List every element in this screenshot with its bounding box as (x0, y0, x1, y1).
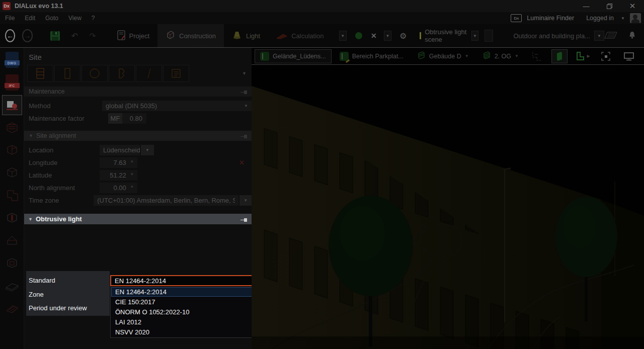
forward-icon[interactable]: → (22, 29, 32, 42)
dropdown-option[interactable]: EN 12464-2:2014 (111, 287, 270, 297)
storey-outline-icon[interactable]: ▶ (575, 49, 591, 63)
longitude-input[interactable]: 7.63° (100, 157, 137, 168)
location-field[interactable]: Lüdenscheid (100, 145, 140, 155)
window-title: DIALux evo 13.1 (15, 3, 63, 10)
draw-line-icon[interactable] (136, 65, 162, 82)
storey-tool-icon[interactable] (2, 140, 22, 160)
settings-gear-icon[interactable]: ⚙ (399, 31, 407, 41)
keyboard-icon[interactable] (604, 32, 617, 40)
chevron-down-icon[interactable]: ▼ (515, 54, 519, 58)
site-alignment-header[interactable]: ▼ Site alignment (24, 131, 252, 141)
room-tool-icon[interactable] (2, 163, 22, 183)
north-alignment-input[interactable]: 0.00° (100, 183, 137, 193)
chevron-down-icon[interactable]: ▼ (621, 16, 625, 21)
view-tab-area[interactable]: Bereich Parkplat... (335, 49, 409, 63)
notification-bell-icon[interactable] (628, 31, 636, 41)
standard-combobox[interactable]: EN 12464-2:2014 (110, 275, 260, 286)
view-tab-terrain[interactable]: Gelände_Lüdens... (255, 49, 332, 63)
light-scene-chevron-icon[interactable]: ▼ (471, 31, 479, 41)
save-icon[interactable] (50, 31, 60, 41)
draw-rectangle-icon[interactable] (54, 65, 80, 82)
site-properties-icon[interactable] (163, 65, 189, 82)
menu-view[interactable]: View (63, 15, 87, 22)
draw-circle-icon[interactable] (82, 65, 108, 82)
standard-label: Standard (29, 277, 55, 284)
luminaire-finder-icon[interactable]: Dx (511, 14, 522, 22)
view-tab-building[interactable]: Gebäude D ▼ (412, 49, 474, 63)
chevron-down-icon[interactable]: ▼ (465, 54, 469, 58)
maintenance-header[interactable]: Maintenance (24, 86, 252, 97)
cutout-tool-icon[interactable] (2, 253, 22, 274)
dropdown-option[interactable]: NSVV 2020 (111, 327, 270, 337)
tab-light[interactable]: Light (224, 24, 268, 47)
menu-goto[interactable]: Goto (40, 15, 63, 22)
tab-construction[interactable]: Construction (157, 24, 224, 47)
tab-project-label: Project (129, 32, 149, 40)
tools-chevron-icon[interactable]: ▼ (242, 71, 247, 76)
pin-icon[interactable] (240, 216, 248, 224)
minimize-icon[interactable]: — (575, 0, 598, 12)
hatch-tool-icon[interactable] (2, 299, 22, 319)
project-icon (117, 30, 125, 42)
luminaire-finder-button[interactable]: Luminaire Finder (527, 15, 574, 22)
floor-plan-view-icon[interactable] (528, 49, 544, 63)
cancel-calculation-icon[interactable]: ✕ (371, 32, 377, 40)
view-tab-storey[interactable]: 2. OG ▼ (477, 49, 524, 63)
expand-arrow-icon[interactable]: ▶ (587, 54, 590, 58)
method-dropdown[interactable]: global (DIN 5035) ▼ (102, 101, 252, 111)
redo-icon[interactable]: ↷ (89, 31, 96, 41)
time-zone-chevron-icon[interactable]: ▼ (239, 195, 252, 206)
roof-tool-icon[interactable] (2, 231, 22, 251)
draw-rows-icon[interactable] (27, 65, 53, 82)
maximize-icon[interactable] (598, 0, 621, 12)
obtrusive-light-header[interactable]: ▼ Obtrusive light (24, 214, 252, 224)
scene-preview-icon[interactable] (485, 30, 493, 42)
site-draw-tools: ▼ (24, 64, 252, 82)
menu-help[interactable]: ? (87, 15, 100, 22)
ifc-import-icon[interactable]: IFC (2, 72, 22, 93)
profile-selector[interactable]: Outdoor and building pla... (513, 32, 590, 40)
dwg-import-icon[interactable]: DWG (2, 50, 22, 70)
dropdown-option[interactable]: CIE 150:2017 (111, 297, 270, 307)
draw-polygon-icon[interactable] (109, 65, 135, 82)
undo-icon[interactable]: ↶ (71, 31, 78, 41)
building-tool-icon[interactable] (2, 118, 22, 138)
back-icon[interactable]: ← (5, 29, 15, 42)
active-storey-icon[interactable] (551, 49, 568, 63)
maintenance-factor-input[interactable]: 0.80 (122, 113, 146, 124)
close-icon[interactable]: ✕ (621, 0, 644, 12)
site-tool-icon[interactable] (2, 95, 22, 115)
dropdown-option[interactable]: ÖNORM O 1052:2022-10 (111, 307, 270, 317)
tab-project[interactable]: Project (109, 24, 157, 47)
clear-icon[interactable]: ✕ (239, 159, 245, 166)
scene-viewport[interactable]: Gelände_Lüdens... Bereich Parkplat... Ge… (252, 48, 644, 349)
display-icon[interactable] (621, 49, 637, 63)
maintenance-factor-label: Maintenance factor (29, 115, 100, 122)
dropdown-option[interactable]: LAI 2012 (111, 317, 270, 327)
menu-edit[interactable]: Edit (20, 15, 40, 22)
profile-chevron-icon[interactable]: ▼ (594, 31, 604, 41)
tab-calculation-label: Calculation (291, 32, 324, 40)
user-avatar[interactable] (630, 13, 641, 23)
construction-icon (166, 30, 175, 41)
standard-dropdown-list: EN 12464-2:2014 CIE 150:2017 ÖNORM O 105… (110, 287, 271, 338)
tab-calculation[interactable]: Calculation (268, 24, 332, 47)
plate-tool-icon[interactable] (2, 276, 22, 296)
pin-icon[interactable] (240, 89, 248, 96)
light-scene-selector[interactable]: Obtrusive light scene (425, 28, 467, 43)
render-scene-3d[interactable] (252, 65, 644, 349)
fit-view-icon[interactable] (598, 49, 614, 63)
time-zone-dropdown[interactable]: (UTC+01:00) Amsterdam, Berlin, Bern, Rom… (94, 195, 238, 206)
start-calculation-icon[interactable] (355, 32, 363, 40)
zone-tool-icon[interactable] (2, 186, 22, 206)
pin-icon[interactable] (240, 133, 248, 140)
time-zone-label: Time zone (29, 197, 94, 204)
object-tool-icon[interactable] (2, 208, 22, 228)
latitude-input[interactable]: 51.22° (100, 170, 137, 181)
calculation-options-chevron-icon[interactable]: ▼ (339, 31, 347, 41)
location-chevron-icon[interactable]: ▼ (141, 145, 154, 155)
menu-file[interactable]: File (0, 15, 20, 22)
cancel-options-chevron-icon[interactable]: ▼ (384, 31, 391, 41)
site-alignment-header-label: Site alignment (36, 132, 76, 139)
logged-in-menu[interactable]: Logged in (586, 15, 614, 22)
